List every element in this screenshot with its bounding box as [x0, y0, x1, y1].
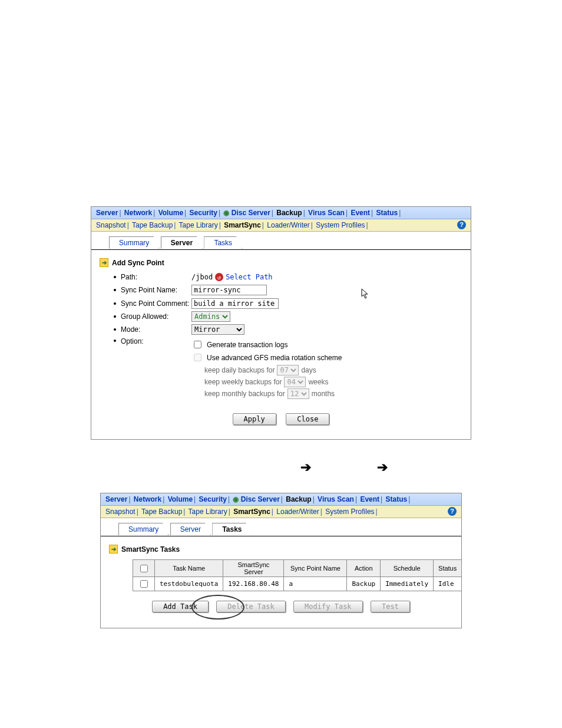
group-label: Group Allowed:: [121, 312, 191, 321]
tab-server[interactable]: Server: [161, 236, 203, 249]
section-title: ➔ Add Sync Point: [100, 258, 462, 267]
subnav-loaderwriter[interactable]: Loader/Writer: [267, 221, 309, 229]
col-schedule: Schedule: [381, 560, 434, 577]
tab-tasks[interactable]: Tasks: [204, 236, 242, 249]
subnav-tapebackup[interactable]: Tape Backup: [141, 508, 182, 516]
subnav-smartsync[interactable]: SmartSync: [233, 508, 270, 516]
nav-network[interactable]: Network: [124, 209, 152, 217]
nav-server[interactable]: Server: [96, 209, 118, 217]
cell-status: Idle: [434, 577, 462, 591]
path-label: Path:: [121, 273, 191, 281]
cell-taskname: testdobulequota: [155, 577, 223, 591]
screenshot-add-sync-point: Server| Network| Volume| Security| ◉ Dis…: [91, 206, 471, 440]
cell-schedule: Immediately: [381, 577, 434, 591]
nav-volume[interactable]: Volume: [158, 209, 183, 217]
tab-summary[interactable]: Summary: [109, 236, 159, 249]
keep-weekly-label: keep weekly backups for: [204, 378, 282, 386]
cell-action: Backup: [347, 577, 381, 591]
close-button[interactable]: Close: [286, 413, 329, 425]
nav-discserver[interactable]: Disc Server: [232, 209, 270, 217]
cell-syncpoint: a: [284, 577, 347, 591]
nav-status[interactable]: Status: [386, 495, 408, 503]
modify-task-button[interactable]: Modify Task: [293, 601, 362, 612]
help-icon[interactable]: ?: [448, 507, 457, 516]
cell-server: 192.168.80.48: [223, 577, 284, 591]
nav-server[interactable]: Server: [105, 495, 127, 503]
subnav-loaderwriter[interactable]: Loader/Writer: [276, 508, 319, 516]
gen-logs-label: Generate transaction logs: [207, 341, 287, 349]
subnav-tapebackup[interactable]: Tape Backup: [132, 221, 173, 229]
disc-icon: ◉: [233, 495, 239, 503]
arrow-icon: ➔: [300, 460, 311, 475]
col-taskname: Task Name: [155, 560, 223, 577]
test-button[interactable]: Test: [371, 601, 410, 612]
sub-nav: Snapshot| Tape Backup| Tape Library| Sma…: [101, 506, 461, 518]
subnav-snapshot[interactable]: Snapshot: [105, 508, 135, 516]
gfs-label: Use advanced GFS media rotation scheme: [207, 354, 342, 362]
nav-security[interactable]: Security: [190, 209, 217, 217]
comment-input[interactable]: [191, 298, 279, 309]
main-nav: Server| Network| Volume| Security| ◉ Dis…: [91, 207, 471, 219]
tab-summary[interactable]: Summary: [118, 523, 168, 535]
nav-event[interactable]: Event: [351, 209, 370, 217]
subnav-systemprofiles[interactable]: System Profiles: [325, 508, 374, 516]
col-syncpoint: Sync Point Name: [284, 560, 347, 577]
help-icon[interactable]: ?: [457, 220, 466, 229]
nav-virusscan[interactable]: Virus Scan: [318, 495, 354, 503]
keep-monthly-select[interactable]: 12: [287, 388, 309, 399]
nav-backup[interactable]: Backup: [286, 495, 311, 503]
add-task-button[interactable]: Add Task: [152, 601, 209, 612]
cursor-icon: [361, 288, 369, 301]
disc-icon: ◉: [223, 209, 229, 217]
group-select[interactable]: Admins: [191, 311, 230, 322]
arrow-icon: ➔: [109, 545, 118, 554]
row-checkbox[interactable]: [140, 580, 148, 588]
delete-task-button[interactable]: Delete Task: [216, 601, 285, 612]
subnav-systemprofiles[interactable]: System Profiles: [316, 221, 365, 229]
subnav-smartsync[interactable]: SmartSync: [224, 221, 261, 229]
subnav-tapelibrary[interactable]: Tape Library: [189, 508, 227, 516]
col-server: SmartSync Server: [223, 560, 284, 577]
comment-label: Sync Point Comment:: [121, 299, 191, 308]
syncpointname-input[interactable]: [191, 285, 267, 295]
col-action: Action: [347, 560, 381, 577]
apply-button[interactable]: Apply: [233, 413, 276, 425]
gen-logs-checkbox[interactable]: [194, 341, 201, 348]
option-label: Option:: [121, 337, 191, 345]
subnav-tapelibrary[interactable]: Tape Library: [179, 221, 218, 229]
section-title: ➔ SmartSync Tasks: [109, 545, 453, 554]
table-row[interactable]: testdobulequota 192.168.80.48 a Backup I…: [133, 577, 462, 591]
gfs-checkbox[interactable]: [194, 354, 201, 361]
syncpointname-label: Sync Point Name:: [121, 286, 191, 294]
tab-server[interactable]: Server: [170, 523, 211, 535]
tab-tasks[interactable]: Tasks: [212, 523, 252, 535]
nav-volume[interactable]: Volume: [168, 495, 193, 503]
main-nav: Server| Network| Volume| Security| ◉ Dis…: [101, 493, 461, 506]
select-all-checkbox[interactable]: [140, 565, 148, 572]
select-path-link[interactable]: Select Path: [226, 273, 272, 281]
nav-network[interactable]: Network: [134, 495, 161, 503]
arrow-icon: ➔: [100, 258, 108, 267]
select-path-icon[interactable]: ↺: [215, 273, 223, 281]
screenshot-smartsync-tasks: Server| Network| Volume| Security| ◉ Dis…: [100, 493, 462, 628]
nav-event[interactable]: Event: [360, 495, 379, 503]
nav-discserver[interactable]: Disc Server: [241, 495, 280, 503]
mode-select[interactable]: Mirror: [191, 324, 244, 335]
keep-weekly-select[interactable]: 04: [284, 377, 306, 387]
col-status: Status: [434, 560, 462, 577]
nav-backup[interactable]: Backup: [276, 209, 302, 217]
tab-row: Summary Server Tasks: [91, 232, 471, 250]
keep-monthly-label: keep monthly backups for: [204, 390, 285, 398]
sub-nav: Snapshot| Tape Backup| Tape Library| Sma…: [91, 219, 471, 232]
nav-virusscan[interactable]: Virus Scan: [308, 209, 345, 217]
subnav-snapshot[interactable]: Snapshot: [96, 221, 126, 229]
nav-security[interactable]: Security: [199, 495, 227, 503]
nav-status[interactable]: Status: [376, 209, 398, 217]
keep-daily-select[interactable]: 07: [277, 365, 299, 375]
path-value: /jbod: [191, 273, 213, 281]
arrow-icon: ➔: [377, 460, 388, 475]
tasks-table: Task Name SmartSync Server Sync Point Na…: [133, 559, 462, 591]
keep-daily-label: keep daily backups for: [204, 366, 275, 374]
tab-row: Summary Server Tasks: [101, 518, 461, 536]
mode-label: Mode:: [121, 325, 191, 334]
